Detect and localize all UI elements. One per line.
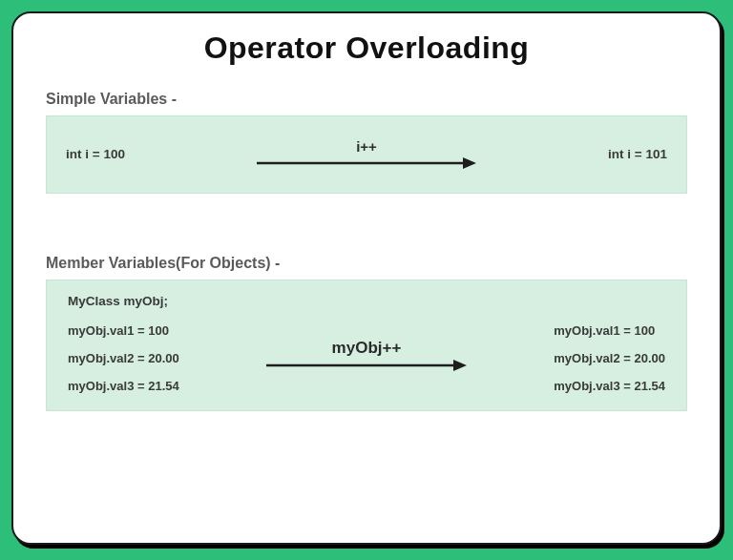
member-row: myObj.val1 = 100 myObj.val2 = 20.00 myOb…: [68, 323, 665, 393]
member-variables-panel: MyClass myObj; myObj.val1 = 100 myObj.va…: [46, 280, 687, 411]
member-before-column: myObj.val1 = 100 myObj.val2 = 20.00 myOb…: [68, 323, 179, 393]
member-section-label: Member Variables(For Objects) -: [46, 255, 687, 272]
member-before-value: myObj.val1 = 100: [68, 323, 179, 338]
member-after-value: myObj.val1 = 100: [554, 323, 665, 338]
simple-variables-panel: int i = 100 i++ int i = 101: [46, 115, 687, 194]
content-card: Operator Overloading Simple Variables - …: [11, 11, 722, 545]
simple-section-label: Simple Variables -: [46, 91, 687, 108]
arrow-right-icon: [266, 359, 467, 372]
object-declaration: MyClass myObj;: [68, 294, 665, 308]
svg-marker-3: [453, 360, 467, 371]
member-after-value: myObj.val2 = 20.00: [554, 351, 665, 365]
member-arrow-group: myObj++: [262, 339, 471, 372]
member-after-column: myObj.val1 = 100 myObj.val2 = 20.00 myOb…: [554, 323, 665, 393]
page-title: Operator Overloading: [46, 31, 687, 66]
simple-operation-label: i++: [356, 138, 377, 155]
member-operation-label: myObj++: [332, 339, 402, 358]
member-after-value: myObj.val3 = 21.54: [554, 379, 665, 393]
arrow-right-icon: [257, 156, 476, 170]
simple-arrow-group: i++: [252, 138, 481, 170]
svg-marker-1: [463, 157, 476, 169]
simple-before-value: int i = 100: [66, 147, 125, 161]
simple-after-value: int i = 101: [608, 147, 667, 161]
member-before-value: myObj.val3 = 21.54: [68, 379, 179, 393]
member-before-value: myObj.val2 = 20.00: [68, 351, 179, 365]
